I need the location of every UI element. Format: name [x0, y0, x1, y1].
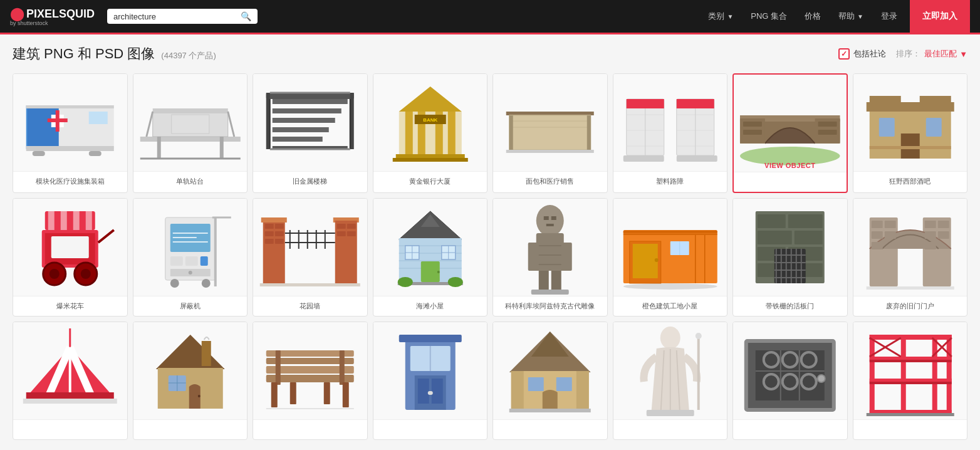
svg-rect-156: [551, 216, 556, 220]
svg-point-173: [623, 283, 717, 290]
nav-png-sets[interactable]: PNG 集合: [751, 11, 787, 22]
product-card-21[interactable]: [493, 322, 608, 440]
product-card-17[interactable]: [13, 322, 128, 440]
sort-dropdown[interactable]: 最佳匹配 ▼: [924, 48, 967, 60]
svg-rect-5: [48, 118, 68, 122]
product-card-11[interactable]: 花园墙: [253, 198, 368, 317]
product-image-7: [734, 75, 847, 172]
product-card-12[interactable]: 海滩小屋: [373, 198, 488, 317]
svg-rect-203: [924, 231, 936, 239]
join-button[interactable]: 立即加入: [910, 0, 970, 33]
svg-rect-175: [758, 214, 786, 228]
svg-rect-29: [273, 137, 323, 142]
product-card-9[interactable]: 爆米花车: [13, 198, 128, 317]
product-image-24: [853, 322, 967, 419]
product-card-10[interactable]: 屏蔽机: [133, 198, 248, 317]
svg-point-147: [397, 277, 412, 287]
product-image-8: [853, 74, 967, 171]
product-image-2: [133, 74, 248, 171]
svg-point-245: [660, 327, 680, 349]
svg-rect-79: [925, 118, 941, 137]
svg-point-236: [429, 391, 432, 395]
svg-point-264: [818, 375, 825, 382]
svg-marker-210: [155, 335, 224, 369]
product-image-18: [133, 322, 248, 419]
svg-line-17: [227, 112, 234, 137]
product-label-4: 黄金银行大厦: [373, 171, 487, 191]
svg-rect-58: [676, 99, 714, 108]
product-image-9: [13, 199, 127, 296]
social-checkbox[interactable]: [838, 48, 850, 60]
page-count: (44397 个产品): [161, 50, 216, 61]
svg-rect-28: [273, 127, 329, 132]
product-card-8[interactable]: 狂野西部酒吧: [853, 73, 968, 193]
svg-rect-50: [506, 150, 594, 153]
product-label-7: [734, 172, 847, 192]
product-card-7[interactable]: VIEW OBJECT: [732, 73, 848, 193]
svg-line-94: [98, 230, 114, 243]
product-label-15: 带铁栅的活板门: [733, 296, 847, 316]
svg-rect-272: [869, 410, 951, 413]
product-card-18[interactable]: [133, 322, 248, 440]
product-card-13[interactable]: 科特利库埃阿兹特克古代雕像: [493, 198, 608, 317]
svg-rect-265: [869, 335, 874, 413]
nav-category[interactable]: 类别 ▼: [708, 11, 733, 22]
svg-rect-122: [347, 231, 356, 236]
svg-rect-63: [623, 155, 664, 162]
svg-rect-85: [73, 211, 80, 230]
svg-rect-151: [528, 243, 541, 271]
svg-rect-116: [261, 217, 287, 222]
product-card-19[interactable]: [253, 322, 368, 440]
product-card-4[interactable]: BANK 黄金银行大厦: [373, 73, 488, 193]
product-grid: 模块化医疗设施集装箱 单轨站台: [13, 73, 967, 440]
svg-rect-209: [23, 399, 117, 404]
product-label-18: [133, 419, 248, 439]
svg-rect-121: [337, 231, 346, 236]
product-card-15[interactable]: 带铁栅的活板门: [732, 198, 848, 317]
svg-marker-33: [399, 86, 461, 112]
nav-help[interactable]: 帮助 ▼: [838, 11, 863, 22]
product-image-23: [733, 322, 847, 419]
svg-rect-243: [556, 377, 572, 391]
search-bar[interactable]: 🔍: [107, 9, 258, 24]
product-card-24[interactable]: [853, 322, 968, 440]
nav-price[interactable]: 价格: [805, 11, 821, 22]
product-card-16[interactable]: 废弃的旧门门户: [853, 198, 968, 317]
svg-rect-152: [560, 243, 572, 271]
product-card-1[interactable]: 模块化医疗设施集装箱: [13, 73, 128, 193]
svg-rect-251: [646, 410, 694, 416]
svg-rect-84: [61, 211, 67, 230]
product-card-14[interactable]: 橙色建筑工地小屋: [613, 198, 728, 317]
svg-rect-157: [546, 224, 554, 226]
include-social-toggle[interactable]: 包括社论: [838, 48, 886, 60]
product-card-23[interactable]: [732, 322, 848, 440]
product-card-3[interactable]: 旧金属楼梯: [253, 73, 368, 193]
svg-rect-240: [511, 371, 524, 409]
svg-rect-113: [275, 231, 284, 236]
svg-rect-72: [818, 122, 837, 127]
svg-rect-208: [26, 392, 114, 399]
svg-rect-200: [871, 242, 882, 249]
svg-rect-241: [576, 371, 589, 409]
svg-rect-81: [869, 146, 951, 149]
svg-rect-8: [33, 151, 45, 156]
svg-rect-201: [924, 221, 936, 228]
product-card-22[interactable]: [613, 322, 728, 440]
product-label-3: 旧金属楼梯: [253, 171, 367, 191]
svg-rect-48: [509, 115, 513, 150]
product-label-5: 面包和医疗销售: [493, 171, 607, 191]
login-button[interactable]: 登录: [881, 11, 897, 22]
search-input[interactable]: [113, 12, 236, 21]
product-card-6[interactable]: 塑料路障: [613, 73, 728, 193]
product-card-2[interactable]: 单轨站台: [133, 73, 248, 193]
product-card-5[interactable]: 面包和医疗销售: [493, 73, 608, 193]
svg-rect-197: [884, 221, 895, 228]
svg-rect-52: [626, 99, 664, 108]
svg-rect-100: [170, 256, 182, 266]
svg-rect-110: [265, 224, 274, 229]
page-title-area: 建筑 PNG 和 PSD 图像 (44397 个产品): [13, 44, 216, 63]
svg-rect-273: [869, 360, 951, 362]
product-label-14: 橙色建筑工地小屋: [613, 296, 727, 316]
product-card-20[interactable]: [373, 322, 488, 440]
logo-subtext: by shutterstock: [10, 20, 48, 26]
